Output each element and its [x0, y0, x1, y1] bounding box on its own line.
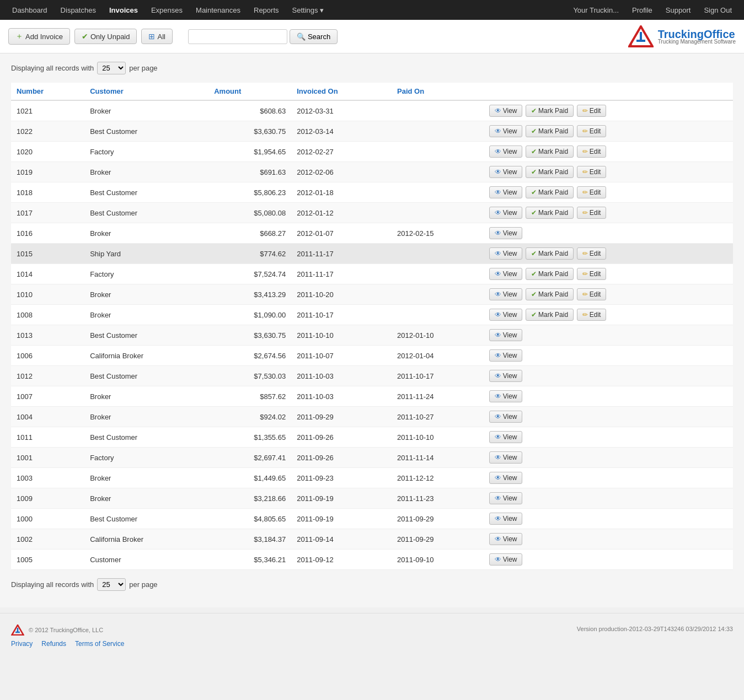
edit-button[interactable]: ✏ Edit	[577, 288, 607, 300]
col-amount[interactable]: Amount	[208, 83, 291, 100]
nav-item-maintenances[interactable]: Maintenances	[189, 2, 247, 19]
mark-paid-button[interactable]: ✔ Mark Paid	[526, 146, 574, 158]
cell-customer: Ship Yard	[84, 244, 208, 264]
view-button[interactable]: 👁 View	[489, 451, 523, 464]
edit-button[interactable]: ✏ Edit	[577, 166, 607, 178]
footer-version: Version production-2012-03-29T143246 03/…	[577, 626, 733, 632]
view-button[interactable]: 👁 View	[489, 309, 523, 321]
footer-link-refunds[interactable]: Refunds	[41, 640, 66, 648]
footer-copy: © 2012 TruckingOffice, LLC	[29, 627, 103, 633]
edit-button[interactable]: ✏ Edit	[577, 247, 607, 260]
mark-paid-button[interactable]: ✔ Mark Paid	[526, 288, 574, 300]
nav-item-dashboard[interactable]: Dashboard	[6, 2, 54, 19]
search-input[interactable]	[188, 29, 287, 44]
cell-invoiced-on: 2011-10-07	[291, 346, 392, 366]
cell-actions: 👁 View	[484, 386, 733, 407]
edit-button[interactable]: ✏ Edit	[577, 186, 607, 198]
view-button[interactable]: 👁 View	[489, 553, 523, 566]
edit-button[interactable]: ✏ Edit	[577, 125, 607, 137]
nav-item-reports[interactable]: Reports	[247, 2, 286, 19]
view-button[interactable]: 👁 View	[489, 207, 523, 219]
per-page-prefix: Displaying all records with	[11, 64, 94, 72]
nav-item-dispatches[interactable]: Dispatches	[54, 2, 103, 19]
cell-actions: 👁 View	[484, 223, 733, 244]
table-row: 1006 California Broker $2,674.56 2011-10…	[11, 346, 733, 366]
cell-paid-on	[392, 142, 484, 162]
view-button[interactable]: 👁 View	[489, 329, 523, 341]
nav-item-profile[interactable]: Profile	[625, 2, 659, 19]
cell-paid-on: 2012-01-10	[392, 325, 484, 346]
view-button[interactable]: 👁 View	[489, 533, 523, 545]
mark-paid-button[interactable]: ✔ Mark Paid	[526, 125, 574, 137]
footer-link-terms[interactable]: Terms of Service	[75, 640, 124, 648]
eye-icon: 👁	[495, 433, 501, 441]
edit-button[interactable]: ✏ Edit	[577, 268, 607, 280]
table-row: 1004 Broker $924.02 2011-09-29 2011-10-2…	[11, 407, 733, 427]
cell-customer: Best Customer	[84, 366, 208, 386]
view-button[interactable]: 👁 View	[489, 492, 523, 504]
mark-paid-button[interactable]: ✔ Mark Paid	[526, 247, 574, 260]
eye-icon: 👁	[495, 290, 501, 298]
col-paid-on[interactable]: Paid On	[392, 83, 484, 100]
table-row: 1020 Factory $1,954.65 2012-02-27 👁 View…	[11, 142, 733, 162]
search-icon: 🔍	[297, 33, 306, 41]
nav-item-invoices[interactable]: Invoices	[103, 2, 144, 19]
edit-button[interactable]: ✏ Edit	[577, 207, 607, 219]
nav-left: DashboardDispatchesInvoicesExpensesMaint…	[6, 2, 330, 19]
nav-item-expenses[interactable]: Expenses	[144, 2, 189, 19]
nav-item-support[interactable]: Support	[659, 2, 698, 19]
mark-paid-button[interactable]: ✔ Mark Paid	[526, 186, 574, 198]
nav-item-your-trucking[interactable]: Your Truckin...	[566, 2, 625, 19]
cell-amount: $1,954.65	[208, 142, 291, 162]
footer-link-privacy[interactable]: Privacy	[11, 640, 33, 648]
add-invoice-button[interactable]: ＋ Add Invoice	[8, 28, 70, 45]
view-button[interactable]: 👁 View	[489, 268, 523, 280]
cell-actions: 👁 View	[484, 488, 733, 509]
search-button[interactable]: 🔍 Search	[290, 29, 338, 44]
view-button[interactable]: 👁 View	[489, 288, 523, 300]
edit-button[interactable]: ✏ Edit	[577, 309, 607, 321]
per-page-select-top[interactable]: 102550100	[97, 62, 126, 74]
all-button[interactable]: ⊞ All	[141, 29, 172, 44]
footer-right: Version production-2012-03-29T143246 03/…	[577, 624, 733, 633]
view-button[interactable]: 👁 View	[489, 247, 523, 260]
cell-number: 1007	[11, 386, 84, 407]
nav-item-sign-out[interactable]: Sign Out	[697, 2, 738, 19]
view-button[interactable]: 👁 View	[489, 105, 523, 117]
view-button[interactable]: 👁 View	[489, 411, 523, 423]
col-customer[interactable]: Customer	[84, 83, 208, 100]
only-unpaid-button[interactable]: ✔ Only Unpaid	[74, 29, 137, 44]
mark-paid-button[interactable]: ✔ Mark Paid	[526, 309, 574, 321]
edit-button[interactable]: ✏ Edit	[577, 146, 607, 158]
cell-number: 1020	[11, 142, 84, 162]
per-page-select-bottom[interactable]: 102550100	[97, 578, 126, 591]
view-button[interactable]: 👁 View	[489, 370, 523, 382]
eye-icon: 👁	[495, 127, 501, 135]
cell-actions: 👁 View	[484, 468, 733, 488]
mark-paid-button[interactable]: ✔ Mark Paid	[526, 105, 574, 117]
eye-icon: 👁	[495, 168, 501, 176]
col-number[interactable]: Number	[11, 83, 84, 100]
view-button[interactable]: 👁 View	[489, 513, 523, 525]
cell-number: 1006	[11, 346, 84, 366]
view-button[interactable]: 👁 View	[489, 390, 523, 402]
per-page-prefix-bottom: Displaying all records with	[11, 580, 94, 589]
cell-number: 1017	[11, 203, 84, 223]
view-button[interactable]: 👁 View	[489, 472, 523, 484]
view-button[interactable]: 👁 View	[489, 146, 523, 158]
cell-paid-on: 2011-09-29	[392, 529, 484, 550]
mark-paid-button[interactable]: ✔ Mark Paid	[526, 166, 574, 178]
view-button[interactable]: 👁 View	[489, 166, 523, 178]
view-button[interactable]: 👁 View	[489, 186, 523, 198]
view-button[interactable]: 👁 View	[489, 125, 523, 137]
eye-icon: 👁	[495, 352, 501, 359]
nav-item-settings[interactable]: Settings ▾	[286, 2, 331, 19]
view-button[interactable]: 👁 View	[489, 227, 523, 239]
mark-paid-button[interactable]: ✔ Mark Paid	[526, 207, 574, 219]
view-button[interactable]: 👁 View	[489, 349, 523, 362]
col-invoiced-on[interactable]: Invoiced On	[291, 83, 392, 100]
cell-actions: 👁 View	[484, 529, 733, 550]
edit-button[interactable]: ✏ Edit	[577, 105, 607, 117]
view-button[interactable]: 👁 View	[489, 431, 523, 443]
mark-paid-button[interactable]: ✔ Mark Paid	[526, 268, 574, 280]
